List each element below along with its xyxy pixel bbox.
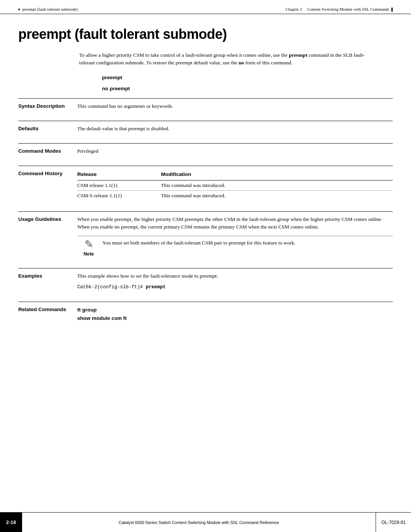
cmd2: no preempt (102, 86, 393, 91)
history-release: CSM release 1.1(1) (77, 180, 161, 190)
syntax-section: Syntax Description This command has no a… (18, 98, 393, 114)
command-history-label: Command History (18, 170, 77, 201)
command-history-section: Command History Release Modification CSM… (18, 166, 393, 204)
breadcrumb-text: preempt (fault tolerant submode) (22, 7, 78, 11)
related-commands-section: Related Commands ft groupshow module csm… (18, 302, 393, 327)
page-header: preempt (fault tolerant submode) Chapter… (0, 0, 411, 14)
usage-guidelines-label: Usage Guidelines (18, 216, 77, 257)
intro-bold2: no (239, 60, 244, 66)
history-modification: This command was introduced. (161, 190, 393, 201)
related-commands-content: ft groupshow module csm ft (77, 306, 393, 323)
chapter-title: Content Switching Module with SSL Comman… (307, 7, 389, 11)
history-table: Release Modification CSM release 1.1(1)T… (77, 170, 393, 201)
intro-paragraph: To allow a higher priority CSM to take c… (79, 51, 374, 67)
intro-text3: form of this command. (244, 60, 292, 66)
defaults-label: Defaults (18, 125, 77, 133)
examples-label: Examples (18, 272, 77, 291)
examples-code-plain: Cat6k-2(config-slb-ft)# (77, 284, 146, 290)
cmd1: preempt (102, 75, 393, 80)
footer-center-text: Catalyst 6500 Series Switch Content Swit… (22, 520, 376, 525)
page-footer: 2-18 Catalyst 6500 Series Switch Content… (0, 512, 411, 532)
related-command-item[interactable]: ft group (77, 306, 393, 315)
note-icon-col: ✎ Note (77, 239, 100, 257)
history-col1: Release (77, 170, 161, 180)
usage-text: When you enable preempt, the higher prio… (77, 216, 393, 231)
header-chapter: Chapter 2 Content Switching Module with … (285, 7, 393, 11)
command-modes-label: Command Modes (18, 147, 77, 155)
examples-intro: This example shows how to set the fault-… (77, 272, 393, 280)
intro-text1: To allow a higher priority CSM to take c… (79, 52, 289, 58)
main-content: preempt (fault tolerant submode) To allo… (0, 26, 411, 357)
table-row: CSM release 1.1(1)This command was intro… (77, 180, 393, 190)
page-title: preempt (fault tolerant submode) (18, 26, 393, 42)
note-label: Note (84, 251, 94, 257)
usage-guidelines-section: Usage Guidelines When you enable preempt… (18, 211, 393, 261)
command-modes-content: Privileged (77, 147, 393, 155)
usage-guidelines-content: When you enable preempt, the higher prio… (77, 216, 393, 257)
footer-page-num: 2-18 (0, 513, 22, 532)
examples-code: Cat6k-2(config-slb-ft)# preempt (77, 283, 393, 291)
command-modes-section: Command Modes Privileged (18, 143, 393, 159)
footer-right: OL-7029-01 (376, 513, 411, 532)
related-commands-label: Related Commands (18, 306, 77, 323)
note-icon: ✎ (84, 239, 93, 250)
defaults-content: The default value is that preempt is dis… (77, 125, 393, 133)
intro-bold1: preempt (289, 52, 307, 58)
examples-code-bold: preempt (146, 284, 166, 290)
history-col2: Modification (161, 170, 393, 180)
related-command-item[interactable]: show module csm ft (77, 314, 393, 323)
examples-section: Examples This example shows how to set t… (18, 268, 393, 295)
syntax-label: Syntax Description (18, 102, 77, 110)
note-container: ✎ Note You must set both members of the … (77, 236, 393, 257)
note-text: You must set both members of the fault-t… (100, 239, 393, 247)
breadcrumb: preempt (fault tolerant submode) (18, 7, 78, 11)
history-release: CSM-S release 1.1(1) (77, 190, 161, 201)
defaults-section: Defaults The default value is that preem… (18, 121, 393, 136)
footer-ol-number: OL-7029-01 (376, 513, 411, 532)
history-modification: This command was introduced. (161, 180, 393, 190)
table-row: CSM-S release 1.1(1)This command was int… (77, 190, 393, 201)
examples-content: This example shows how to set the fault-… (77, 272, 393, 291)
syntax-content: This command has no arguments or keyword… (77, 102, 393, 110)
command-history-content: Release Modification CSM release 1.1(1)T… (77, 170, 393, 201)
chapter-label: Chapter 2 (285, 7, 302, 11)
